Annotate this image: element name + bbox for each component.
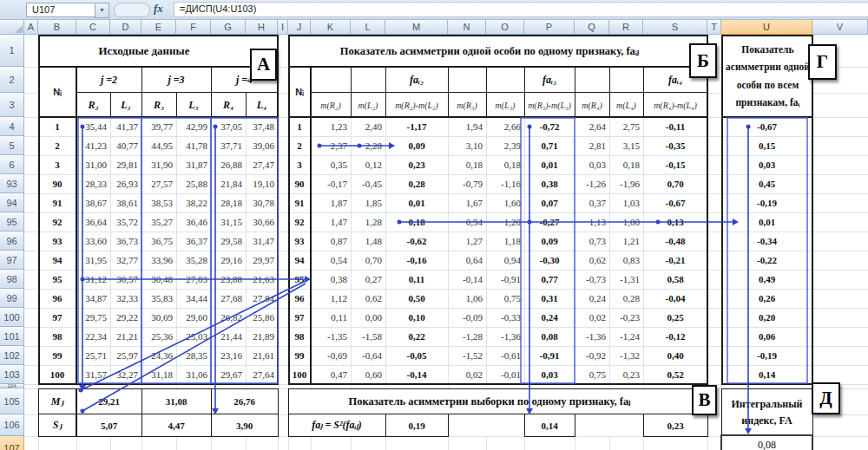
fa-i-cell[interactable]: -0,67 — [721, 117, 812, 136]
data-cell[interactable]: 1,23 — [311, 117, 351, 136]
data-cell[interactable]: 0,12 — [351, 155, 385, 174]
column-header-N[interactable]: N — [448, 19, 486, 35]
data-cell[interactable]: 0,37 — [575, 193, 609, 212]
row-num-cell[interactable]: 1 — [288, 117, 311, 136]
data-cell[interactable]: -0,27 — [524, 212, 575, 232]
data-cell[interactable]: 31,15 — [211, 212, 246, 232]
m-value[interactable]: 29,21 — [76, 388, 141, 414]
data-cell[interactable]: 2,28 — [351, 136, 385, 155]
data-cell[interactable]: 1,60 — [486, 193, 524, 212]
data-cell[interactable]: -0,61 — [486, 346, 524, 365]
fa-i-cell[interactable]: 0,01 — [721, 212, 812, 232]
data-cell[interactable]: 1,03 — [609, 193, 643, 212]
data-cell[interactable]: 31,47 — [246, 232, 278, 251]
data-cell[interactable]: 26,88 — [211, 155, 246, 174]
t-sub-header[interactable]: т(L₂) — [351, 93, 385, 117]
data-cell[interactable]: -0,33 — [486, 308, 524, 327]
data-cell[interactable]: 1,12 — [311, 289, 351, 308]
data-cell[interactable]: 0,02 — [448, 365, 486, 384]
data-cell[interactable]: 27,68 — [211, 289, 246, 308]
column-header-P[interactable]: P — [524, 19, 575, 35]
data-cell[interactable]: 0,24 — [575, 289, 609, 308]
data-cell[interactable]: 29,67 — [211, 365, 246, 384]
data-cell[interactable]: 0,52 — [643, 365, 707, 384]
data-cell[interactable]: 1,94 — [448, 117, 486, 136]
data-cell[interactable]: -0,04 — [643, 289, 707, 308]
row-num-cell[interactable]: 1 — [38, 117, 76, 136]
data-cell[interactable]: 39,06 — [246, 136, 278, 155]
data-cell[interactable]: 40,77 — [110, 136, 141, 155]
row-num-cell[interactable]: 3 — [38, 155, 76, 174]
data-cell[interactable]: -1,52 — [448, 346, 486, 365]
data-cell[interactable]: 36,37 — [176, 232, 211, 251]
name-box[interactable]: U107 — [26, 3, 95, 17]
data-cell[interactable]: 0,07 — [524, 193, 575, 212]
data-cell[interactable]: 41,37 — [110, 117, 141, 136]
data-cell[interactable]: -0,16 — [385, 251, 448, 270]
data-cell[interactable]: 25,86 — [246, 308, 278, 327]
data-cell[interactable]: 1,85 — [351, 193, 385, 212]
row-header-6[interactable]: 6 — [0, 155, 24, 174]
column-header-T[interactable]: T — [707, 19, 721, 35]
data-cell[interactable]: 34,87 — [76, 289, 110, 308]
data-cell[interactable]: 0,38 — [311, 270, 351, 289]
data-cell[interactable]: -1,35 — [311, 327, 351, 346]
data-cell[interactable]: 0,00 — [351, 308, 385, 327]
data-cell[interactable]: 0,11 — [385, 270, 448, 289]
data-cell[interactable]: 38,61 — [110, 193, 141, 212]
m-value[interactable]: 26,76 — [211, 388, 278, 414]
data-cell[interactable]: 1,21 — [609, 232, 643, 251]
data-cell[interactable]: 21,89 — [246, 327, 278, 346]
data-cell[interactable]: 29,75 — [76, 308, 110, 327]
t-sub-header[interactable]: т(R₂) — [311, 93, 351, 117]
row-header-102[interactable]: 102 — [0, 346, 24, 365]
row-num-cell[interactable]: 96 — [38, 289, 76, 308]
data-cell[interactable]: 35,27 — [141, 212, 176, 232]
data-cell[interactable]: 0,25 — [643, 308, 707, 327]
row-num-cell[interactable]: 90 — [288, 174, 311, 193]
row-header-2[interactable]: 2 — [0, 67, 24, 93]
row-header-3[interactable]: 3 — [0, 93, 24, 117]
data-cell[interactable]: 19,10 — [246, 174, 278, 193]
data-cell[interactable]: 0,09 — [524, 232, 575, 251]
data-cell[interactable]: 0,01 — [524, 155, 575, 174]
data-cell[interactable]: -0,67 — [643, 193, 707, 212]
t-sub-header[interactable]: т(R₄) — [575, 93, 609, 117]
data-cell[interactable]: -0,73 — [575, 270, 609, 289]
data-cell[interactable]: -1,58 — [351, 327, 385, 346]
column-header-F[interactable]: F — [176, 19, 211, 35]
data-cell[interactable]: 0,28 — [609, 289, 643, 308]
row-num-cell[interactable]: 95 — [288, 270, 311, 289]
data-cell[interactable]: 31,57 — [76, 365, 110, 384]
data-cell[interactable]: -0,14 — [448, 270, 486, 289]
t-sub-header[interactable]: т(R₄)-т(L₄) — [643, 93, 707, 117]
data-cell[interactable]: 1,00 — [609, 212, 643, 232]
m-value[interactable]: 31,08 — [141, 388, 211, 414]
row-num-cell[interactable]: 91 — [38, 193, 76, 212]
s-row-label[interactable]: Sⱼ — [38, 414, 76, 436]
data-cell[interactable]: 0,18 — [385, 212, 448, 232]
data-cell[interactable]: 0,64 — [448, 251, 486, 270]
row-num-cell[interactable]: 96 — [288, 289, 311, 308]
data-cell[interactable]: 42,99 — [176, 117, 211, 136]
l-header[interactable]: L₄ — [246, 93, 278, 117]
column-header-V[interactable]: V — [812, 19, 868, 35]
data-cell[interactable]: 21,21 — [110, 327, 141, 346]
data-cell[interactable]: 2,39 — [486, 136, 524, 155]
data-cell[interactable]: 28,35 — [176, 346, 211, 365]
data-cell[interactable]: 0,27 — [351, 270, 385, 289]
data-cell[interactable]: 22,34 — [76, 327, 110, 346]
data-cell[interactable]: 1,20 — [486, 212, 524, 232]
data-cell[interactable]: 36,75 — [141, 232, 176, 251]
data-cell[interactable]: 27,57 — [141, 174, 176, 193]
data-cell[interactable]: -0,05 — [385, 346, 448, 365]
row-header-93[interactable]: 93 — [0, 174, 24, 193]
data-cell[interactable]: 21,44 — [211, 327, 246, 346]
data-cell[interactable]: -0,23 — [609, 308, 643, 327]
data-cell[interactable]: 21,61 — [246, 346, 278, 365]
data-cell[interactable]: 0,18 — [486, 155, 524, 174]
data-cell[interactable]: 0,73 — [575, 232, 609, 251]
data-cell[interactable]: 1,06 — [448, 289, 486, 308]
data-cell[interactable]: 0,23 — [609, 365, 643, 384]
column-header-I[interactable]: I — [278, 19, 288, 35]
